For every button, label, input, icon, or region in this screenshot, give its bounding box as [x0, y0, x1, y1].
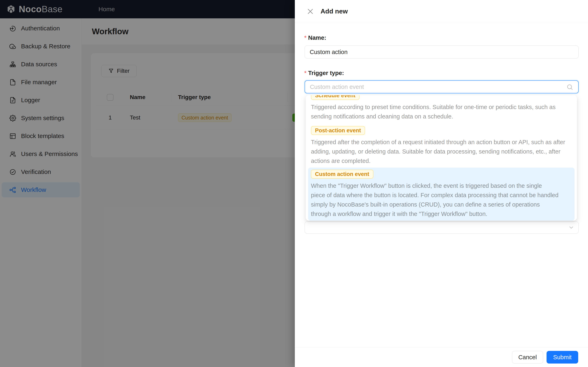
name-field-label: * Name: — [304, 33, 326, 42]
cancel-button[interactable]: Cancel — [512, 351, 543, 364]
app-root: NocoBase Home Authentication Backup & Re… — [0, 0, 588, 367]
drawer-footer: Cancel Submit — [295, 347, 588, 367]
name-input[interactable] — [305, 45, 579, 58]
post-action-event-badge: Post-action event — [311, 126, 365, 135]
schedule-event-badge: Schedule event — [311, 95, 360, 100]
secondary-select[interactable] — [305, 221, 579, 234]
drawer-title: Add new — [320, 8, 348, 15]
submit-button[interactable]: Submit — [546, 351, 578, 364]
search-icon — [566, 83, 573, 91]
trigger-type-select-input[interactable] — [305, 80, 579, 93]
chevron-down-icon — [568, 225, 574, 231]
option-description: When the "Trigger Workflow" button is cl… — [311, 181, 572, 218]
trigger-type-dropdown: Schedule event Triggered according to pr… — [306, 95, 577, 221]
custom-action-event-badge: Custom action event — [311, 170, 373, 179]
required-mark: * — [304, 70, 306, 76]
required-mark: * — [304, 34, 306, 41]
add-new-drawer: Add new * Name: * Trigger type: Schedule… — [295, 0, 588, 367]
option-description: Triggered according to preset time condi… — [311, 102, 572, 121]
option-description: Triggered after the completion of a requ… — [311, 137, 572, 166]
option-post-action-event[interactable]: Post-action event Triggered after the co… — [308, 124, 575, 167]
option-schedule-event[interactable]: Schedule event Triggered according to pr… — [308, 95, 575, 123]
close-icon[interactable] — [307, 8, 314, 15]
drawer-header: Add new — [295, 0, 588, 23]
trigger-type-field-label: * Trigger type: — [304, 68, 344, 77]
option-custom-action-event[interactable]: Custom action event When the "Trigger Wo… — [308, 167, 575, 221]
